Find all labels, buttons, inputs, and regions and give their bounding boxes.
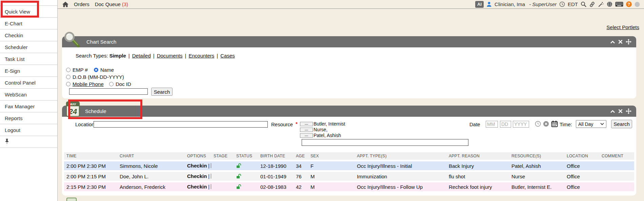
collapse-icon[interactable] xyxy=(610,40,615,44)
col-appt-reason: APPT. REASON xyxy=(446,152,509,160)
close-icon[interactable] xyxy=(618,40,623,44)
resource-option-butler: —Butler, Internist xyxy=(300,121,345,127)
resource-label: Resource xyxy=(271,121,293,127)
calendar-picker-icon[interactable] xyxy=(551,120,558,127)
radio-icon[interactable] xyxy=(66,82,71,86)
search-type-encounters[interactable]: Encounters xyxy=(188,53,214,59)
col-location: LOCATION xyxy=(564,152,599,160)
close-icon[interactable] xyxy=(618,109,623,113)
location-label: Location xyxy=(75,121,95,127)
col-comment: COMMENT xyxy=(599,152,634,160)
radio-mobile-phone[interactable]: Mobile Phone xyxy=(66,81,104,87)
radio-icon[interactable] xyxy=(66,75,71,79)
nav-orders-link[interactable]: Orders xyxy=(74,1,89,7)
chart-search-header: Chart Search xyxy=(62,36,636,47)
unlocked-icon xyxy=(236,184,242,190)
sidebar-item-quick-view[interactable]: Quick View xyxy=(0,6,57,18)
collapse-icon[interactable] xyxy=(610,109,615,113)
resource-checkbox[interactable]: — xyxy=(300,122,313,126)
select-portlets-link[interactable]: Select Portlets xyxy=(606,24,639,30)
resource-input[interactable] xyxy=(302,139,468,146)
add-appointment-icon[interactable] xyxy=(211,163,211,169)
home-icon[interactable] xyxy=(62,2,68,7)
add-appointment-icon[interactable] xyxy=(211,174,211,180)
col-stage: STAGE xyxy=(211,152,234,160)
global-search-icon[interactable] xyxy=(581,1,586,7)
schedule-search-button[interactable]: Search xyxy=(611,120,632,128)
search-types-row: Search Types:Simple|Detailed|Documents|E… xyxy=(76,53,235,59)
radio-icon[interactable] xyxy=(94,68,98,72)
radio-name[interactable]: Name xyxy=(94,67,114,73)
user-name[interactable]: Clinician, Ima xyxy=(495,1,525,7)
checkin-link[interactable]: Checkin xyxy=(187,184,207,189)
calendar-portlet-icon: MAY24 xyxy=(66,101,80,118)
sidebar-item-logout[interactable]: Logout xyxy=(0,124,57,136)
radio-dob[interactable]: D.O.B (MM-DD-YYYY) xyxy=(66,74,124,80)
sidebar-item-control-panel[interactable]: Control Panel xyxy=(0,77,57,89)
sidebar-item-reports[interactable]: Reports xyxy=(0,112,57,124)
link-icon[interactable] xyxy=(589,1,595,7)
schedule-header: Schedule xyxy=(62,106,636,117)
checkin-link[interactable]: Checkin xyxy=(187,173,207,179)
search-type-detailed[interactable]: Detailed xyxy=(132,53,151,59)
user-icon xyxy=(486,2,492,7)
location-input[interactable] xyxy=(94,121,268,128)
sidebar-item-checkin[interactable]: Checkin xyxy=(0,29,57,41)
unlocked-icon xyxy=(236,174,242,180)
sidebar-item-e-chart[interactable]: E-Chart xyxy=(0,18,57,29)
appointments-table: TIME CHART OPTIONS STAGE STATUS BIRTH DA… xyxy=(64,151,634,193)
chart-search-title: Chart Search xyxy=(86,39,116,45)
unlocked-icon xyxy=(236,163,242,169)
globe-icon[interactable] xyxy=(607,1,612,7)
sidebar-item-webscan[interactable]: WebScan xyxy=(0,89,57,100)
wand-icon[interactable] xyxy=(598,1,604,7)
ai-badge: AI xyxy=(475,1,484,8)
help-icon[interactable]: ? xyxy=(626,1,632,7)
time-clock-icon[interactable] xyxy=(535,121,541,127)
portlet-controls xyxy=(610,39,636,45)
table-header-row: TIME CHART OPTIONS STAGE STATUS BIRTH DA… xyxy=(64,152,634,160)
search-type-simple[interactable]: Simple xyxy=(109,53,126,59)
move-icon[interactable] xyxy=(626,108,631,114)
sidebar-pin-toggle[interactable] xyxy=(0,136,57,148)
move-icon[interactable] xyxy=(626,39,631,45)
date-year-input[interactable] xyxy=(513,121,529,128)
radio-emp-number[interactable]: EMP # xyxy=(66,67,88,73)
radio-doc-id[interactable]: Doc ID xyxy=(109,81,131,87)
search-type-documents[interactable]: Documents xyxy=(157,53,183,59)
status-circle-icon xyxy=(635,2,640,7)
pin-icon xyxy=(5,138,9,145)
checkin-link[interactable]: Checkin xyxy=(187,163,207,169)
chart-search-input[interactable] xyxy=(69,88,148,95)
col-options: OPTIONS xyxy=(185,152,211,160)
sidebar-item-scheduler[interactable]: Scheduler xyxy=(0,41,57,53)
resource-checkbox[interactable]: — xyxy=(300,128,313,132)
sidebar-item-e-sign[interactable]: E-Sign xyxy=(0,65,57,77)
col-birth-date: BIRTH DATE xyxy=(258,152,294,160)
date-month-input[interactable] xyxy=(486,121,498,128)
time-label: Time: xyxy=(560,121,572,127)
keyboard-icon[interactable] xyxy=(615,2,623,7)
col-sex: SEX xyxy=(308,152,355,160)
magnifier-portlet-icon xyxy=(63,31,81,49)
radio-icon[interactable] xyxy=(66,68,71,72)
add-appointment-icon[interactable] xyxy=(211,184,211,190)
col-resources: RESOURCE(S) xyxy=(509,152,564,160)
date-day-input[interactable] xyxy=(500,121,511,128)
chart-search-button[interactable]: Search xyxy=(151,88,173,96)
user-role: - SuperUser xyxy=(529,1,557,7)
radio-icon[interactable] xyxy=(109,82,114,86)
doc-queue-count: (3) xyxy=(122,1,128,7)
sidebar-item-task-list[interactable]: Task List xyxy=(0,53,57,65)
sidebar-item-fax-manager[interactable]: Fax Manager xyxy=(0,100,57,112)
svg-text:MAY: MAY xyxy=(69,103,76,106)
nav-doc-queue-link[interactable]: Doc Queue(3) xyxy=(95,1,128,7)
topbar-right-cluster: AI Clinician, Ima - SuperUser EDT ? xyxy=(475,1,644,8)
search-type-cases[interactable]: Cases xyxy=(220,53,235,59)
table-row: 2:15 PM 2:30 PM Anderson, Frederick Chec… xyxy=(64,182,634,191)
time-select[interactable]: All Day xyxy=(576,120,606,128)
schedule-body: Location Resource * —Butler, Internist —… xyxy=(62,117,636,196)
col-chart: CHART xyxy=(117,152,185,160)
resource-checkbox[interactable]: — xyxy=(300,133,313,138)
clear-date-icon[interactable] xyxy=(543,121,549,127)
